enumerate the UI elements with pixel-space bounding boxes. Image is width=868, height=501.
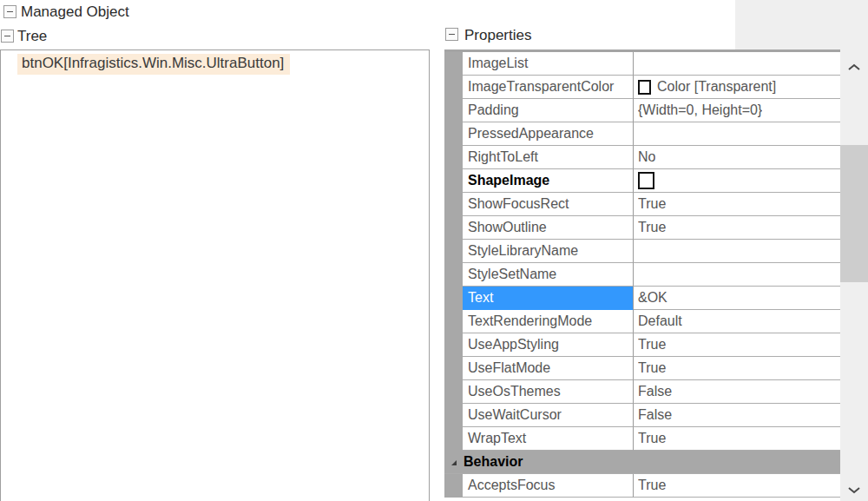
app-background-block [735, 0, 868, 49]
property-row[interactable]: ImageTransparentColorColor [Transparent] [444, 76, 840, 99]
category-indent-strip [444, 52, 463, 76]
property-value-cell[interactable] [634, 263, 840, 287]
property-value-cell[interactable] [634, 52, 840, 76]
properties-collapse-button[interactable] [445, 28, 458, 41]
category-indent-strip [444, 169, 463, 193]
property-value-text: No [638, 149, 655, 165]
property-row[interactable]: PressedAppearance [444, 122, 840, 146]
property-name-cell[interactable]: UseWaitCursor [463, 404, 634, 427]
property-value-cell[interactable]: Default [634, 310, 840, 333]
managed-object-collapse-button[interactable] [3, 5, 16, 18]
property-name-cell[interactable]: ImageTransparentColor [463, 76, 634, 99]
category-indent-strip [444, 263, 463, 287]
property-name-cell[interactable]: Padding [463, 99, 634, 122]
property-value-cell[interactable]: True [634, 474, 840, 498]
category-indent-strip [444, 146, 463, 169]
property-value-text: True [638, 431, 666, 446]
property-value-text: True [638, 360, 666, 376]
property-value-text: False [638, 384, 672, 399]
property-name-cell[interactable]: AcceptsFocus [463, 474, 634, 498]
category-row[interactable]: Behavior [444, 451, 840, 474]
property-row[interactable]: UseOsThemesFalse [444, 380, 840, 404]
property-value-cell[interactable]: True [634, 333, 840, 357]
category-indent-strip [444, 193, 463, 216]
property-value-text: True [638, 478, 666, 493]
properties-header: Properties [464, 27, 531, 44]
property-row[interactable]: Padding{Width=0, Height=0} [444, 99, 840, 122]
property-value-text: True [638, 220, 666, 235]
property-row[interactable]: StyleLibraryName [444, 240, 840, 263]
category-indent-strip [444, 404, 463, 427]
category-indent-strip [444, 380, 463, 404]
property-row[interactable]: AcceptsFocusTrue [444, 474, 840, 498]
property-row[interactable]: StyleSetName [444, 263, 840, 287]
property-value-cell[interactable]: {Width=0, Height=0} [634, 99, 840, 122]
scrollbar-thumb[interactable] [840, 145, 868, 282]
minus-icon [449, 34, 455, 35]
property-value-text: False [638, 407, 672, 423]
scroll-down-button[interactable] [840, 477, 868, 501]
category-indent-strip [444, 427, 463, 451]
property-value-cell[interactable]: False [634, 404, 840, 427]
property-value-text: Default [638, 313, 682, 329]
property-value-cell[interactable] [634, 169, 840, 193]
category-indent-strip [444, 122, 463, 146]
property-value-cell[interactable]: True [634, 427, 840, 451]
property-value-cell[interactable]: True [634, 216, 840, 240]
property-value-text: True [638, 196, 666, 212]
property-value-text: Color [Transparent] [657, 79, 776, 95]
property-value-cell[interactable]: False [634, 380, 840, 404]
property-row[interactable]: UseAppStylingTrue [444, 333, 840, 357]
property-name-cell[interactable]: UseOsThemes [463, 380, 634, 404]
category-indent-strip [444, 287, 463, 310]
property-name-cell[interactable]: UseAppStyling [463, 333, 634, 357]
property-row[interactable]: ShowFocusRectTrue [444, 193, 840, 216]
property-row[interactable]: RightToLeftNo [444, 146, 840, 169]
vertical-scrollbar[interactable] [840, 49, 868, 501]
tree-collapse-button[interactable] [1, 30, 14, 43]
property-value-cell[interactable] [634, 122, 840, 146]
property-name-cell[interactable]: TextRenderingMode [463, 310, 634, 333]
property-name-cell[interactable]: ShowFocusRect [463, 193, 634, 216]
category-expander-icon[interactable] [450, 458, 458, 467]
category-indent-strip [444, 333, 463, 357]
property-value-text: True [638, 337, 666, 353]
category-indent-strip [444, 474, 463, 498]
managed-object-header: Managed Object [21, 3, 129, 21]
property-row[interactable]: TextRenderingModeDefault [444, 310, 840, 333]
property-name-cell[interactable]: UseFlatMode [463, 357, 634, 380]
minus-icon [4, 36, 10, 36]
tree-panel: btnOK[Infragistics.Win.Misc.UltraButton] [0, 49, 430, 501]
property-grid: ImageListImageTransparentColorColor [Tra… [444, 52, 840, 501]
scroll-up-button[interactable] [840, 54, 868, 80]
property-name-cell[interactable]: ShapeImage [463, 169, 634, 193]
property-name-cell[interactable]: StyleLibraryName [463, 240, 634, 263]
property-name-cell[interactable]: PressedAppearance [463, 122, 634, 146]
property-name-cell[interactable]: Text [463, 287, 634, 310]
property-name-cell[interactable]: WrapText [463, 427, 634, 451]
chevron-up-icon [847, 63, 861, 71]
property-value-cell[interactable]: &OK [634, 287, 840, 310]
property-row[interactable]: UseFlatModeTrue [444, 357, 840, 380]
chevron-down-icon [847, 486, 861, 494]
property-row[interactable]: WrapTextTrue [444, 427, 840, 451]
property-value-text: {Width=0, Height=0} [638, 102, 762, 118]
property-name-cell[interactable]: ShowOutline [463, 216, 634, 240]
property-value-cell[interactable]: No [634, 146, 840, 169]
property-row[interactable]: ShapeImage [444, 169, 840, 193]
property-value-cell[interactable] [634, 240, 840, 263]
property-row[interactable]: ImageList [444, 52, 840, 76]
tree-node-btnok[interactable]: btnOK[Infragistics.Win.Misc.UltraButton] [17, 54, 290, 75]
category-indent-strip [444, 216, 463, 240]
property-row[interactable]: Text&OK [444, 287, 840, 310]
property-row[interactable]: UseWaitCursorFalse [444, 404, 840, 427]
property-row[interactable]: ShowOutlineTrue [444, 216, 840, 240]
property-name-cell[interactable]: RightToLeft [463, 146, 634, 169]
property-value-cell[interactable]: Color [Transparent] [634, 76, 840, 99]
property-name-cell[interactable]: ImageList [463, 52, 634, 76]
property-name-cell[interactable]: StyleSetName [463, 263, 634, 287]
property-value-cell[interactable]: True [634, 193, 840, 216]
image-box-icon [638, 172, 654, 189]
property-value-cell[interactable]: True [634, 357, 840, 380]
category-indent-strip [444, 99, 463, 122]
